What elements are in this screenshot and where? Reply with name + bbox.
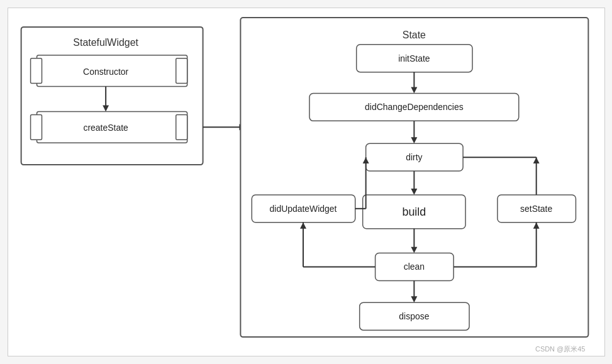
dirty-label: dirty (406, 152, 422, 162)
state-title: State (402, 30, 425, 40)
didchangedependencies-label: didChangeDependencies (365, 102, 464, 112)
svg-rect-7 (30, 114, 42, 140)
diagram-container: StatefulWidget Constructor createState S… (8, 8, 605, 356)
clean-label: clean (403, 262, 424, 272)
constructor-label: Constructor (83, 67, 128, 77)
didupdatewidget-label: didUpdateWidget (269, 204, 337, 214)
dispose-label: dispose (399, 311, 429, 321)
watermark: CSDN @原米45 (535, 345, 585, 353)
initstate-label: initState (398, 53, 430, 63)
svg-rect-2 (30, 58, 42, 84)
svg-rect-3 (175, 58, 187, 84)
svg-rect-8 (175, 114, 187, 140)
createstate-label: createState (83, 123, 128, 133)
statefulwidget-title: StatefulWidget (73, 37, 138, 48)
setstate-label: setState (520, 204, 552, 214)
build-label: build (402, 206, 426, 218)
